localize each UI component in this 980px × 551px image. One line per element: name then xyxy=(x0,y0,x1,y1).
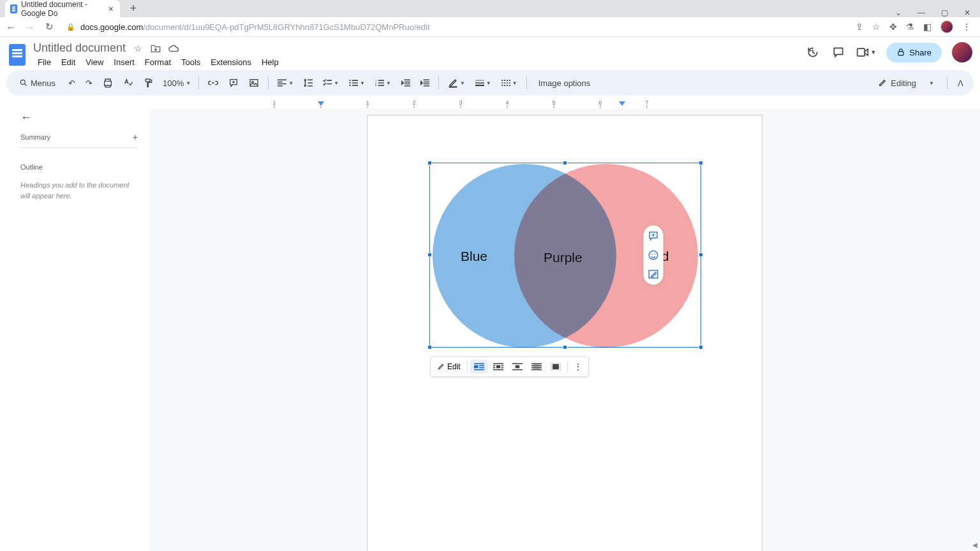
bulleted-list-icon[interactable]: ▼ xyxy=(345,77,369,89)
close-outline-icon[interactable]: ← xyxy=(20,108,138,132)
wrap-text-icon[interactable] xyxy=(489,360,507,374)
menus-label: Menus xyxy=(31,78,56,88)
resize-handle-s[interactable] xyxy=(563,345,567,349)
comments-icon[interactable] xyxy=(831,45,846,60)
add-comment-icon[interactable] xyxy=(225,75,242,91)
share-button[interactable]: Share xyxy=(886,43,942,62)
wrap-inline-icon[interactable] xyxy=(470,360,488,374)
history-icon[interactable] xyxy=(805,45,820,60)
url-host: docs.google.com xyxy=(80,22,143,32)
back-icon[interactable]: ← xyxy=(5,22,17,33)
cloud-status-icon[interactable] xyxy=(168,43,179,54)
minimize-icon[interactable]: — xyxy=(916,8,926,17)
resize-handle-nw[interactable] xyxy=(427,161,432,165)
resize-handle-ne[interactable] xyxy=(699,161,703,165)
bookmark-icon[interactable]: ☆ xyxy=(872,22,880,32)
wrap-front-icon[interactable] xyxy=(547,360,565,374)
document-page[interactable]: Blue Purple Red Edit xyxy=(367,115,762,551)
resize-handle-w[interactable] xyxy=(427,253,432,257)
svg-marker-30 xyxy=(619,101,625,106)
border-weight-icon[interactable]: ▼ xyxy=(471,77,495,89)
wrap-break-icon[interactable] xyxy=(509,360,526,374)
forward-icon[interactable]: → xyxy=(24,22,36,33)
editing-mode-button[interactable]: Editing ▼ xyxy=(872,76,940,91)
outline-label: Outline xyxy=(20,163,138,171)
chevron-down-icon[interactable]: ⌄ xyxy=(893,8,903,17)
quick-suggest-icon[interactable] xyxy=(647,268,660,281)
add-summary-icon[interactable]: + xyxy=(133,132,138,142)
wrap-behind-icon[interactable] xyxy=(528,360,546,374)
align-icon[interactable]: ▼ xyxy=(274,77,297,89)
star-icon[interactable]: ☆ xyxy=(132,43,144,54)
quick-emoji-icon[interactable] xyxy=(647,249,660,261)
insert-link-icon[interactable] xyxy=(204,75,222,91)
svg-rect-3 xyxy=(250,80,258,87)
svg-point-5 xyxy=(349,80,350,81)
document-title[interactable]: Untitled document xyxy=(33,41,126,55)
profile-avatar-icon[interactable] xyxy=(940,20,953,33)
meet-icon[interactable]: ▼ xyxy=(856,45,876,60)
horizontal-ruler[interactable]: 11 23 45 67 xyxy=(149,99,980,108)
paint-format-icon[interactable] xyxy=(140,75,158,91)
svg-rect-11 xyxy=(449,87,457,88)
browser-tab-active[interactable]: Untitled document - Google Do × xyxy=(5,0,120,17)
menu-help[interactable]: Help xyxy=(257,56,283,68)
maximize-icon[interactable]: ▢ xyxy=(939,8,949,17)
zoom-select[interactable]: 100%▼ xyxy=(160,77,193,89)
svg-rect-34 xyxy=(533,364,540,369)
svg-point-36 xyxy=(649,251,658,260)
share-page-icon[interactable]: ⇪ xyxy=(856,22,863,32)
insert-image-icon[interactable] xyxy=(245,75,263,91)
collapse-toolbar-icon[interactable]: ᐱ xyxy=(954,76,967,91)
menu-extensions[interactable]: Extensions xyxy=(206,56,256,68)
menu-edit[interactable]: Edit xyxy=(57,56,80,68)
svg-rect-35 xyxy=(553,364,559,369)
print-icon[interactable] xyxy=(99,75,117,91)
checklist-icon[interactable]: ▼ xyxy=(319,77,343,89)
border-color-icon[interactable]: ▼ xyxy=(444,75,469,91)
search-menus-button[interactable]: Menus xyxy=(13,76,62,91)
editing-mode-label: Editing xyxy=(891,78,916,88)
menu-format[interactable]: Format xyxy=(140,56,175,68)
document-area[interactable]: 11 23 45 67 Blue Purple Red xyxy=(149,99,980,551)
share-label: Share xyxy=(909,48,932,57)
outline-placeholder: Headings you add to the document will ap… xyxy=(20,180,138,201)
labs-icon[interactable]: ⚗ xyxy=(906,22,914,32)
indent-icon[interactable] xyxy=(417,77,433,89)
close-tab-icon[interactable]: × xyxy=(107,4,115,14)
resize-handle-sw[interactable] xyxy=(427,345,432,349)
spellcheck-icon[interactable] xyxy=(119,75,137,91)
account-avatar[interactable] xyxy=(952,42,972,62)
browser-tab-strip: Untitled document - Google Do × + ⌄ — ▢ … xyxy=(0,0,980,17)
numbered-list-icon[interactable]: 123▼ xyxy=(371,77,395,89)
kebab-menu-icon[interactable]: ⋮ xyxy=(962,22,971,32)
menu-tools[interactable]: Tools xyxy=(177,56,205,68)
reload-icon[interactable]: ↻ xyxy=(43,21,55,33)
undo-icon[interactable]: ↶ xyxy=(64,76,79,91)
redo-icon[interactable]: ↷ xyxy=(82,76,96,91)
omnibox[interactable]: 🔒 docs.google.com/document/d/1uu9EQA-pdT… xyxy=(63,22,848,32)
more-image-options-icon[interactable]: ⋮ xyxy=(570,360,586,374)
svg-rect-32 xyxy=(496,365,500,369)
svg-text:1: 1 xyxy=(272,99,276,106)
image-options-button[interactable]: Image options xyxy=(532,76,597,91)
outdent-icon[interactable] xyxy=(397,77,414,89)
line-spacing-icon[interactable] xyxy=(300,76,316,90)
new-tab-button[interactable]: + xyxy=(126,2,140,16)
menu-view[interactable]: View xyxy=(81,56,108,68)
extensions-icon[interactable]: ✥ xyxy=(889,22,897,32)
docs-logo-icon[interactable] xyxy=(6,41,28,69)
resize-handle-se[interactable] xyxy=(699,345,703,349)
resize-handle-e[interactable] xyxy=(699,253,703,257)
menu-insert[interactable]: Insert xyxy=(109,56,139,68)
quick-add-comment-icon[interactable] xyxy=(647,230,660,242)
resize-handle-n[interactable] xyxy=(563,161,567,165)
move-icon[interactable] xyxy=(150,43,161,54)
sidepanel-icon[interactable]: ◧ xyxy=(923,22,932,32)
border-dash-icon[interactable]: ▼ xyxy=(498,77,521,89)
quick-tools-panel xyxy=(643,225,664,285)
explore-icon[interactable]: ◀ xyxy=(972,541,977,548)
edit-drawing-button[interactable]: Edit xyxy=(433,360,464,374)
close-window-icon[interactable]: ✕ xyxy=(962,8,972,17)
menu-file[interactable]: File xyxy=(33,56,56,68)
